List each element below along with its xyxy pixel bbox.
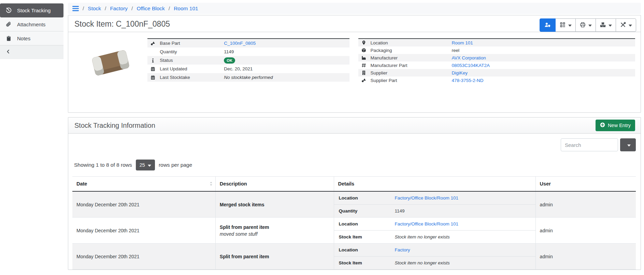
caret-down-icon	[629, 23, 632, 28]
tools-icon	[620, 22, 626, 29]
detail-row-location: LocationFactory/Office Block/Room 101	[334, 218, 535, 231]
stock-tracking-panel-body: Showing 1 to 8 of 8 rows 25 rows per pag…	[68, 134, 641, 270]
detail-label: Location	[339, 247, 395, 252]
toolbar-button-user-shield[interactable]	[540, 18, 556, 32]
info-label: Quantity	[160, 49, 224, 54]
detail-label: Location	[339, 195, 395, 201]
cell-details: LocationFactory/Office Block/Room 101Sto…	[334, 218, 535, 244]
paperclip-icon	[5, 22, 12, 27]
info-row-status: StatusOK	[147, 56, 349, 65]
detail-value: Stock item no longer exists	[395, 260, 450, 265]
building-icon	[358, 70, 371, 75]
cell-description: Split from parent itemmoved some stuff	[215, 218, 334, 244]
toolbar-button-qrcode[interactable]	[555, 18, 576, 32]
info-row-supplier-part: Supplier Part478-3755-2-ND	[358, 77, 635, 84]
cell-user: admin	[535, 218, 636, 244]
info-value-link[interactable]: AVX Corporation	[452, 55, 486, 60]
stock-item-panel-header: Stock Item: C_100nF_0805	[68, 15, 641, 32]
caret-down-icon	[568, 23, 572, 28]
info-row-last-updated: Last UpdatedDec. 20, 2021	[147, 65, 349, 73]
info-label: Supplier	[371, 70, 452, 75]
table-row: Monday December 20th 2021Split from pare…	[72, 244, 636, 270]
main-content: /Stock/Factory/Office Block/Room 101 Sto…	[68, 3, 641, 270]
info-row-quantity: Quantity1149	[147, 47, 349, 56]
columns-dropdown-button[interactable]	[620, 138, 636, 151]
qrcode-icon	[559, 22, 566, 29]
sidebar-item-label: Notes	[17, 36, 30, 41]
sidebar-item-attachments[interactable]: Attachments	[0, 17, 63, 31]
detail-link[interactable]: Factory/Office Block/Room 101	[395, 221, 459, 226]
sidebar-item-label: Attachments	[17, 22, 45, 27]
map-pin-icon	[358, 40, 371, 45]
sidebar-item-stock-tracking[interactable]: Stock Tracking	[0, 3, 63, 17]
breadcrumb-link-office-block[interactable]: Office Block	[137, 5, 164, 12]
breadcrumb-link-room-101[interactable]: Room 101	[174, 5, 198, 12]
info-value-link[interactable]: DigiKey	[452, 70, 468, 75]
cell-description: Split from parent item	[215, 244, 334, 270]
toolbar-button-printer[interactable]	[575, 18, 596, 32]
page-size-dropdown[interactable]: 25	[136, 160, 155, 170]
breadcrumb-link-stock[interactable]: Stock	[88, 5, 101, 12]
info-label: Manufacturer	[371, 55, 452, 60]
info-label: Last Stocktake	[160, 75, 224, 80]
toolbar-button-tools[interactable]	[616, 18, 636, 32]
showing-text: Showing 1 to 8 of 8 rows	[74, 162, 132, 168]
info-label: Status	[160, 58, 224, 63]
detail-row-stock-item: Stock ItemStock item no longer exists	[334, 231, 535, 243]
detail-row-location: LocationFactory	[334, 244, 535, 257]
page-size-value: 25	[140, 162, 145, 168]
detail-link[interactable]: Factory/Office Block/Room 101	[395, 195, 459, 201]
detail-row-quantity: Quantity1149	[334, 205, 535, 217]
table-row: Monday December 20th 2021Merged stock it…	[72, 191, 636, 218]
info-label: Last Updated	[160, 66, 224, 71]
info-row-supplier: SupplierDigiKey	[358, 69, 635, 77]
stock-tracking-panel: Stock Tracking Information New Entry Sho…	[68, 117, 641, 270]
breadcrumb-separator: /	[105, 5, 106, 12]
info-row-last-stocktake: Last StocktakeNo stocktake performed	[147, 73, 349, 82]
info-row-base-part: Base PartC_100nF_0805	[147, 39, 349, 47]
detail-row-location: LocationFactory/Office Block/Room 101	[334, 192, 535, 205]
detail-label: Stock Item	[339, 260, 395, 265]
sidebar-item-label: Stock Tracking	[17, 8, 51, 13]
info-row-location: LocationRoom 101	[358, 39, 635, 46]
description-title: Split from parent item	[220, 254, 330, 259]
toolbar-button-stock-actions[interactable]	[596, 18, 616, 32]
info-value-link[interactable]: Room 101	[452, 40, 473, 45]
calendar-icon	[147, 75, 160, 80]
info-value-link[interactable]: C_100nF_0805	[224, 41, 256, 46]
new-entry-label: New Entry	[608, 123, 631, 128]
info-value: No stocktake performed	[224, 75, 273, 80]
sidebar: Stock TrackingAttachmentsNotes	[0, 3, 63, 59]
description-note: moved some stuff	[220, 231, 330, 237]
stock-tracking-panel-header: Stock Tracking Information New Entry	[68, 118, 641, 134]
chevron-left-icon	[6, 49, 11, 55]
cell-date: Monday December 20th 2021	[72, 218, 215, 244]
tracking-table: Date Description Details User	[72, 176, 636, 270]
detail-value: 1149	[395, 208, 405, 214]
caret-down-icon	[588, 23, 592, 28]
printer-icon	[579, 22, 586, 29]
detail-value: Stock item no longer exists	[395, 234, 450, 239]
breadcrumb-link-factory[interactable]: Factory	[110, 5, 128, 12]
info-value-link[interactable]: 08053C104KAT2A	[452, 63, 490, 68]
menu-icon[interactable]	[72, 6, 79, 11]
info-icon	[147, 58, 160, 63]
sidebar-collapse-button[interactable]	[0, 45, 63, 59]
rows-per-page-label: rows per page	[159, 162, 192, 168]
info-value-link[interactable]: 478-3755-2-ND	[452, 78, 484, 83]
info-value: 1149	[224, 49, 234, 54]
breadcrumb: /Stock/Factory/Office Block/Room 101	[68, 3, 641, 14]
box-icon	[358, 48, 371, 53]
detail-label: Quantity	[339, 208, 395, 214]
history-icon	[5, 8, 12, 13]
description-title: Merged stock items	[220, 202, 330, 207]
column-header-user: User	[535, 177, 636, 192]
detail-link[interactable]: Factory	[395, 247, 410, 252]
new-entry-button[interactable]: New Entry	[596, 120, 635, 131]
cell-details: LocationFactoryStock ItemStock item no l…	[334, 244, 535, 270]
search-input[interactable]	[561, 138, 618, 151]
sidebar-item-notes[interactable]: Notes	[0, 31, 63, 45]
column-header-date[interactable]: Date	[72, 177, 215, 192]
breadcrumb-separator: /	[169, 5, 170, 12]
stock-actions-icon	[600, 22, 606, 29]
